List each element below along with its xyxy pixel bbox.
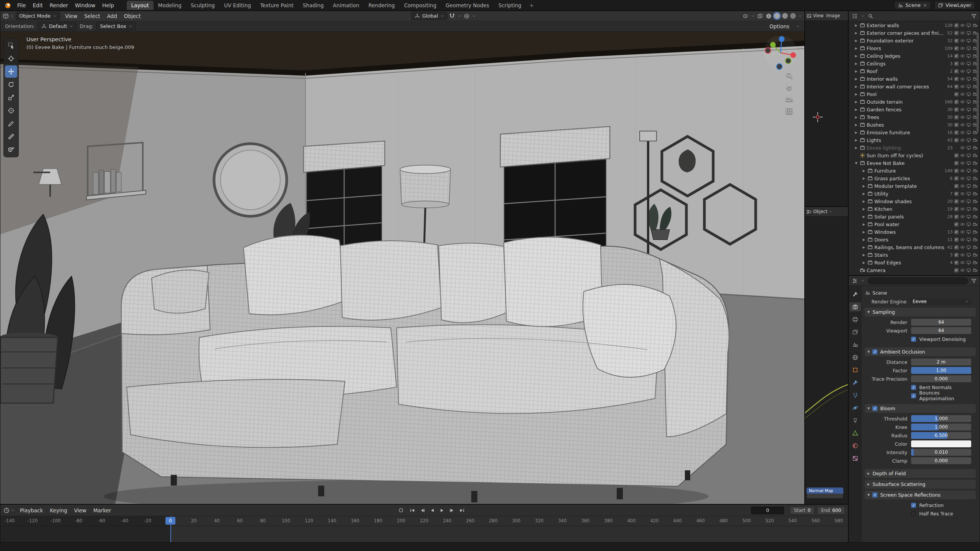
- camera-icon[interactable]: [973, 168, 978, 173]
- monitor-icon[interactable]: [966, 38, 971, 43]
- panel-header[interactable]: Subsurface Scattering: [865, 480, 976, 489]
- eye-icon[interactable]: [960, 23, 965, 28]
- properties-tab[interactable]: [849, 403, 861, 412]
- outliner-row[interactable]: ▶ Stairs 3: [849, 251, 980, 259]
- exclude-checkbox[interactable]: [954, 138, 959, 142]
- filter-icon[interactable]: [971, 13, 977, 19]
- panel-checkbox[interactable]: [872, 349, 877, 354]
- monitor-icon[interactable]: [966, 184, 971, 189]
- eye-icon[interactable]: [960, 214, 965, 219]
- camera-icon[interactable]: [973, 207, 978, 212]
- expand-arrow-icon[interactable]: ▶: [854, 123, 858, 127]
- exclude-checkbox[interactable]: [954, 230, 959, 234]
- outliner-row[interactable]: ▶ Ceilings 3: [849, 60, 980, 67]
- transport-button[interactable]: [438, 507, 447, 514]
- search-icon[interactable]: [868, 13, 873, 19]
- eye-icon[interactable]: [960, 31, 965, 36]
- eye-icon[interactable]: [960, 199, 965, 204]
- monitor-icon[interactable]: [966, 214, 971, 219]
- auto-keying-toggle[interactable]: [399, 508, 403, 512]
- monitor-icon[interactable]: [966, 92, 971, 97]
- checkbox[interactable]: [911, 393, 916, 398]
- tool-button[interactable]: [5, 78, 17, 91]
- number-field[interactable]: 0.010: [911, 449, 971, 456]
- axis-z-neg-handle[interactable]: [777, 64, 782, 70]
- outliner-row[interactable]: ▶ Furniture 149: [849, 167, 980, 174]
- expand-arrow-icon[interactable]: ▶: [854, 116, 858, 119]
- proportional-chevron-icon[interactable]: [472, 14, 476, 18]
- number-field[interactable]: 0.000: [911, 457, 971, 464]
- workspace-tab[interactable]: Layout: [127, 1, 154, 10]
- workspace-tab[interactable]: Animation: [328, 1, 364, 10]
- workspace-tab[interactable]: Modeling: [154, 1, 186, 10]
- axis-y-neg-handle[interactable]: [786, 58, 791, 64]
- camera-icon[interactable]: [973, 222, 978, 227]
- panel-checkbox[interactable]: [872, 406, 877, 411]
- camera-icon[interactable]: [973, 138, 978, 143]
- workspace-tab[interactable]: Texture Paint: [256, 1, 298, 10]
- viewport-canvas[interactable]: User Perspective (0) Eevee Bake | Furnit…: [0, 32, 804, 504]
- shading-solid-icon[interactable]: [774, 13, 780, 19]
- outliner-row[interactable]: ▶ Bushes 30: [849, 121, 980, 129]
- properties-tab[interactable]: [849, 378, 861, 387]
- monitor-icon[interactable]: [966, 260, 971, 265]
- checkbox[interactable]: [911, 337, 916, 342]
- monitor-icon[interactable]: [966, 253, 971, 258]
- checkbox[interactable]: [911, 503, 916, 508]
- expand-arrow-icon[interactable]: ▶: [854, 39, 858, 42]
- eye-icon[interactable]: [960, 69, 965, 74]
- exclude-checkbox[interactable]: [954, 62, 959, 66]
- outliner-row[interactable]: ▶ Foundation exterior 32: [849, 37, 980, 44]
- eye-icon[interactable]: [960, 54, 965, 59]
- expand-arrow-icon[interactable]: ▶: [854, 62, 858, 65]
- tool-button[interactable]: [5, 52, 17, 65]
- properties-editor-icon[interactable]: [852, 278, 858, 284]
- monitor-icon[interactable]: [966, 207, 971, 212]
- outliner-row[interactable]: ▶ Railings, beams and columns 42: [849, 243, 980, 251]
- filter-icon[interactable]: [971, 278, 977, 284]
- monitor-icon[interactable]: [966, 61, 971, 66]
- exclude-checkbox[interactable]: [954, 161, 959, 165]
- number-field[interactable]: 6.500: [911, 432, 971, 439]
- outliner-row[interactable]: ▶ Roof Edges 4: [849, 259, 980, 266]
- eye-icon[interactable]: [960, 207, 965, 212]
- outliner-row[interactable]: ▶ Roof 2: [849, 67, 980, 75]
- eye-icon[interactable]: [960, 245, 965, 250]
- axis-y-handle[interactable]: [770, 42, 776, 48]
- expand-arrow-icon[interactable]: ▶: [862, 177, 866, 180]
- scene-selector[interactable]: Scene ×: [894, 1, 931, 9]
- outliner-row[interactable]: ▶ Interior walls 54: [849, 75, 980, 83]
- expand-arrow-icon[interactable]: ▶: [854, 93, 858, 96]
- camera-view-icon[interactable]: [786, 95, 793, 103]
- monitor-icon[interactable]: [966, 222, 971, 227]
- outliner-row[interactable]: ▶ Windows 13: [849, 228, 980, 236]
- exclude-checkbox[interactable]: [954, 199, 959, 204]
- number-field[interactable]: 1.000: [911, 424, 971, 430]
- eye-icon[interactable]: [960, 61, 965, 66]
- expand-arrow-icon[interactable]: ▶: [854, 47, 858, 50]
- tool-button[interactable]: [5, 39, 17, 52]
- monitor-icon[interactable]: [966, 130, 971, 135]
- exclude-checkbox[interactable]: [954, 268, 959, 272]
- exclude-checkbox[interactable]: [954, 39, 959, 43]
- xray-icon[interactable]: [757, 13, 763, 19]
- exclude-checkbox[interactable]: [954, 46, 959, 51]
- camera-icon[interactable]: [973, 268, 978, 273]
- outliner-row[interactable]: ▶ Exterior walls 128: [849, 21, 980, 29]
- exclude-checkbox[interactable]: [954, 207, 959, 211]
- outliner-row[interactable]: ▶ Outside terrain 168: [849, 98, 980, 106]
- exclude-checkbox[interactable]: [954, 77, 959, 81]
- drag-select[interactable]: Select Box: [96, 22, 136, 30]
- exclude-checkbox[interactable]: [954, 261, 959, 265]
- camera-icon[interactable]: [973, 161, 978, 166]
- expand-arrow-icon[interactable]: ▶: [854, 70, 858, 73]
- outliner-row[interactable]: ▶ Doors 11: [849, 236, 980, 243]
- eye-icon[interactable]: [960, 237, 965, 242]
- monitor-icon[interactable]: [966, 46, 971, 51]
- snap-options-chevron-icon[interactable]: [457, 14, 461, 18]
- workspace-tab[interactable]: Compositing: [399, 1, 441, 10]
- transport-button[interactable]: [408, 507, 417, 514]
- timeline-editor-icon[interactable]: [3, 507, 10, 514]
- monitor-icon[interactable]: [966, 230, 971, 235]
- number-field[interactable]: 2 m: [911, 359, 971, 365]
